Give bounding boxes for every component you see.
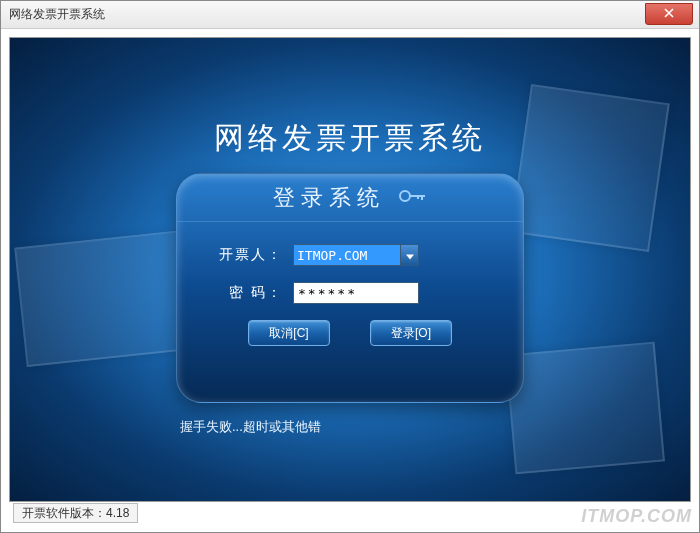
- close-button[interactable]: [645, 3, 693, 25]
- svg-point-0: [400, 191, 410, 201]
- login-button[interactable]: 登录[O]: [370, 320, 452, 346]
- operator-dropdown-button[interactable]: [401, 244, 419, 266]
- version-label: 开票软件版本：4.18: [13, 503, 138, 523]
- panel-title: 登录系统: [273, 183, 385, 213]
- password-row: 密 码：: [213, 282, 487, 304]
- app-window: 网络发票开票系统 网络发票开票系统 登录系统: [0, 0, 700, 533]
- key-icon: [399, 186, 427, 209]
- svg-rect-3: [417, 195, 419, 199]
- svg-rect-2: [421, 195, 423, 200]
- content: 网络发票开票系统 登录系统 开票人：: [1, 29, 699, 532]
- titlebar: 网络发票开票系统: [1, 1, 699, 29]
- password-label: 密 码：: [213, 284, 283, 302]
- window-title: 网络发票开票系统: [9, 6, 105, 23]
- login-form: 开票人： 密 码： 取消[C] 登录: [177, 222, 523, 346]
- status-message: 握手失败...超时或其他错: [180, 418, 321, 436]
- login-panel: 登录系统 开票人：: [176, 173, 524, 403]
- watermark: ITMOP.COM: [581, 506, 692, 527]
- app-title: 网络发票开票系统: [10, 118, 690, 159]
- panel-header: 登录系统: [177, 174, 523, 222]
- decorative-image: [510, 84, 670, 252]
- button-row: 取消[C] 登录[O]: [213, 320, 487, 346]
- close-icon: [664, 7, 674, 21]
- operator-input[interactable]: [293, 244, 401, 266]
- main-area: 网络发票开票系统 登录系统 开票人：: [9, 37, 691, 502]
- operator-combo[interactable]: [293, 244, 419, 266]
- cancel-button[interactable]: 取消[C]: [248, 320, 330, 346]
- operator-row: 开票人：: [213, 244, 487, 266]
- operator-label: 开票人：: [213, 246, 283, 264]
- password-input[interactable]: [293, 282, 419, 304]
- decorative-image: [505, 342, 665, 475]
- chevron-down-icon: [406, 246, 414, 264]
